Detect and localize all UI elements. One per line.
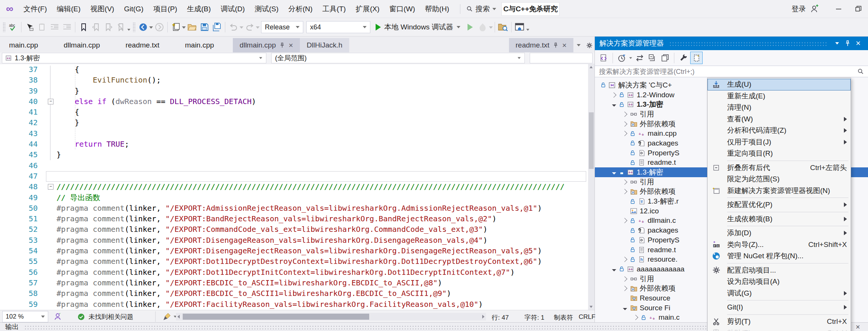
editor-horizontal-scrollbar[interactable]: [176, 313, 486, 320]
start-debugging-button[interactable]: 本地 Windows 调试器: [376, 22, 460, 32]
context-menu-item-仅用于项目-J-[interactable]: 仅用于项目(J): [708, 136, 851, 148]
save-all-icon[interactable]: [211, 21, 223, 34]
restore-button[interactable]: [848, 0, 868, 18]
menu-11[interactable]: 窗口(W): [384, 0, 420, 18]
menu-4[interactable]: 项目(P): [148, 0, 182, 18]
tab-DllHiJack.h[interactable]: DllHiJack.h: [300, 38, 349, 52]
code-cleanup-icon[interactable]: [163, 313, 171, 321]
context-menu-item-Git-I-[interactable]: Git(I): [708, 302, 851, 313]
editor-vertical-scrollbar[interactable]: [588, 64, 594, 310]
close-icon[interactable]: ×: [289, 41, 293, 49]
bookmark-next-icon[interactable]: [102, 21, 115, 34]
bookmark-overflow-icon[interactable]: [127, 29, 130, 31]
navigate-backward-icon[interactable]: [137, 21, 149, 34]
fold-collapse-icon[interactable]: −: [48, 99, 53, 104]
menu-7[interactable]: 测试(S): [250, 0, 283, 18]
context-menu-item-类向导-Z-[interactable]: FC类向导(Z)...Ctrl+Shift+X: [708, 239, 851, 251]
context-menu-item-新建解决方案资源管理器视图-N-[interactable]: 新建解决方案资源管理器视图(N): [708, 185, 851, 197]
tab-readme.txt[interactable]: readme.txt: [119, 38, 166, 52]
spell-check-icon[interactable]: abc: [7, 21, 19, 34]
tab-list-chevron-icon[interactable]: [573, 38, 584, 52]
search-control[interactable]: 搜索: [466, 4, 496, 14]
switch-views-icon[interactable]: [598, 52, 610, 64]
zoom-combo[interactable]: 102 %: [2, 311, 48, 322]
solution-explorer-header[interactable]: 解决方案资源管理器 ×: [595, 37, 868, 50]
menu-6[interactable]: 调试(D): [216, 0, 250, 18]
window-position-icon[interactable]: [832, 37, 842, 50]
pending-changes-filter-icon[interactable]: [616, 52, 628, 64]
context-menu-item-配置启动项目-[interactable]: 配置启动项目...: [708, 265, 851, 276]
menu-9[interactable]: 工具(T): [318, 0, 351, 18]
window-layout-icon[interactable]: [513, 21, 526, 34]
context-menu-item-限定为此范围-S-[interactable]: 限定为此范围(S): [708, 173, 851, 185]
context-menu-item-剪切-T-[interactable]: 剪切(T)Ctrl+X: [708, 316, 851, 328]
show-all-files-icon[interactable]: [690, 52, 703, 64]
context-menu-item-分析和代码清理-Z-[interactable]: 分析和代码清理(Z): [708, 125, 851, 136]
properties-wrench-icon[interactable]: [677, 52, 689, 64]
sync-with-active-document-icon[interactable]: [634, 52, 645, 64]
configuration-combo[interactable]: Release: [261, 21, 303, 33]
bookmark-clear-icon[interactable]: [115, 21, 127, 34]
context-menu-item-清理-N-[interactable]: 清理(N): [708, 102, 851, 113]
menu-1[interactable]: 编辑(E): [52, 0, 86, 18]
context-menu-item-查看-W-[interactable]: 查看(W): [708, 113, 851, 125]
undo-menu-icon[interactable]: [240, 26, 243, 29]
navigate-backward-menu-icon[interactable]: [149, 26, 153, 29]
scroll-down-icon[interactable]: [590, 306, 593, 308]
menu-0[interactable]: 文件(F): [18, 0, 52, 18]
feedback-icon[interactable]: [53, 313, 62, 321]
menu-10[interactable]: 扩展(X): [351, 0, 384, 18]
pin-icon[interactable]: [842, 37, 853, 50]
menu-5[interactable]: 生成(B): [182, 0, 215, 18]
scroll-up-icon[interactable]: [590, 66, 593, 68]
context-menu-item-调试-G-[interactable]: 调试(G): [708, 288, 851, 299]
context-menu-item-添加-D-[interactable]: 添加(D): [708, 227, 851, 239]
menu-2[interactable]: 视图(V): [86, 0, 119, 18]
menu-12[interactable]: 帮助(H): [420, 0, 454, 18]
toolbar-grip[interactable]: [3, 22, 6, 32]
close-icon[interactable]: ×: [853, 37, 863, 50]
platform-combo[interactable]: x64: [306, 21, 370, 33]
filter-menu-icon[interactable]: [629, 57, 632, 59]
cursor-select-icon[interactable]: [23, 21, 36, 34]
context-menu-item-重新生成-E-[interactable]: 重新生成(E): [708, 90, 851, 102]
collapse-all-icon[interactable]: [646, 52, 658, 64]
clipboard-icon[interactable]: [36, 21, 48, 34]
scroll-right-icon[interactable]: [482, 315, 484, 319]
context-menu-item-管理-NuGet-程序包-N-[interactable]: 管理 NuGet 程序包(N)...: [708, 250, 851, 262]
context-menu-item-生成依赖项-B-[interactable]: 生成依赖项(B): [708, 213, 851, 225]
menu-3[interactable]: Git(G): [119, 0, 148, 18]
new-file-icon[interactable]: [170, 21, 182, 34]
project-dropdown[interactable]: ++ 1.3-解密: [2, 53, 266, 63]
member-dropdown[interactable]: [530, 53, 593, 63]
tab-main.cpp[interactable]: main.cpp: [178, 38, 221, 52]
tab-dllmain.cpp[interactable]: dllmain.cpp: [57, 38, 107, 52]
hot-reload-menu-icon[interactable]: [489, 26, 493, 29]
context-menu-item-折叠所有后代[interactable]: 折叠所有后代Ctrl+左箭头: [708, 162, 851, 174]
hot-reload-icon[interactable]: [477, 21, 489, 34]
start-without-debugging-icon[interactable]: [464, 21, 477, 34]
open-folder-icon[interactable]: [186, 21, 198, 34]
tab-readme.txt[interactable]: readme.txt×: [509, 38, 573, 52]
fold-collapse-icon[interactable]: −: [48, 184, 53, 190]
scrollbar-thumb[interactable]: [183, 314, 369, 320]
bookmark-icon[interactable]: [77, 21, 90, 34]
menu-8[interactable]: 分析(N): [283, 0, 317, 18]
code-analysis-check-icon[interactable]: [78, 313, 85, 320]
minimize-button[interactable]: [829, 0, 848, 18]
context-menu-item-重定向项目-R-[interactable]: 重定向项目(R): [708, 148, 851, 159]
sign-in-link[interactable]: 登录: [792, 4, 806, 14]
properties-pages-icon[interactable]: [659, 52, 671, 64]
close-icon[interactable]: ×: [562, 41, 567, 49]
indent-increase-icon[interactable]: ›: [61, 21, 73, 34]
find-in-files-icon[interactable]: [497, 21, 509, 34]
scope-dropdown[interactable]: (全局范围): [271, 53, 525, 63]
context-menu-item-粘贴-P-[interactable]: 粘贴(P)Ctrl+V: [708, 327, 851, 331]
navigate-forward-icon[interactable]: [153, 21, 165, 34]
tab-main.cpp[interactable]: main.cpp: [2, 38, 45, 52]
tab-settings-gear-icon[interactable]: [584, 38, 594, 52]
save-icon[interactable]: [198, 21, 211, 34]
close-icon[interactable]: ×: [853, 323, 863, 331]
redo-icon[interactable]: [243, 21, 256, 34]
new-file-menu-icon[interactable]: [182, 26, 186, 29]
